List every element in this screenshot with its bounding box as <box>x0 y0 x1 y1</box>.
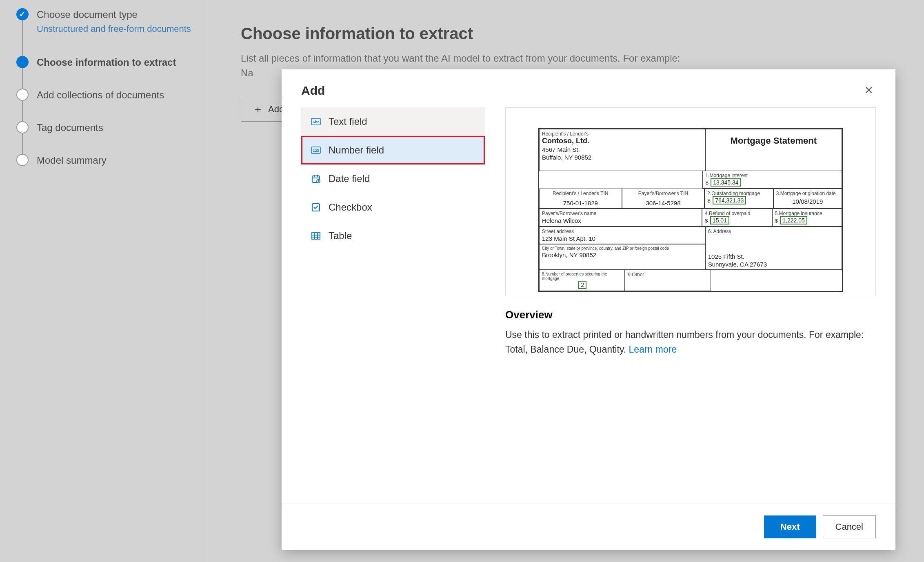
close-button[interactable]: ✕ <box>862 82 876 99</box>
svg-text:123: 123 <box>313 149 319 153</box>
add-field-modal: Add ✕ Abc Text field 123 Number field <box>282 69 895 550</box>
number-field-icon: 123 <box>311 145 321 155</box>
option-label: Date field <box>329 173 370 184</box>
next-button[interactable]: Next <box>764 515 816 538</box>
step-marker <box>16 121 29 133</box>
option-number-field[interactable]: 123 Number field <box>301 136 485 164</box>
option-text-field[interactable]: Abc Text field <box>301 107 485 136</box>
table-icon <box>311 231 321 241</box>
checkbox-icon <box>311 202 321 213</box>
overview-text: Use this to extract printed or handwritt… <box>505 328 876 357</box>
step-marker <box>16 89 29 101</box>
date-field-icon <box>311 173 321 184</box>
svg-rect-10 <box>312 233 320 239</box>
option-label: Text field <box>329 116 367 127</box>
option-date-field[interactable]: Date field <box>301 164 485 193</box>
close-icon: ✕ <box>864 84 873 96</box>
overview-heading: Overview <box>505 309 876 321</box>
step-marker-active <box>16 56 29 68</box>
cancel-button[interactable]: Cancel <box>823 515 876 538</box>
text-field-icon: Abc <box>311 116 321 127</box>
option-label: Number field <box>329 144 384 156</box>
option-checkbox[interactable]: Checkbox <box>301 193 485 222</box>
preview-image: Recipient's / Lender's Contoso, Ltd. 456… <box>505 107 876 296</box>
option-label: Table <box>329 230 352 242</box>
modal-title: Add <box>301 84 325 98</box>
step-marker <box>16 154 29 166</box>
field-type-list: Abc Text field 123 Number field Date fie… <box>301 107 485 495</box>
option-table[interactable]: Table <box>301 222 485 250</box>
learn-more-link[interactable]: Learn more <box>629 344 677 355</box>
option-label: Checkbox <box>329 202 372 213</box>
svg-text:Abc: Abc <box>312 120 319 124</box>
step-marker-done <box>16 8 29 20</box>
